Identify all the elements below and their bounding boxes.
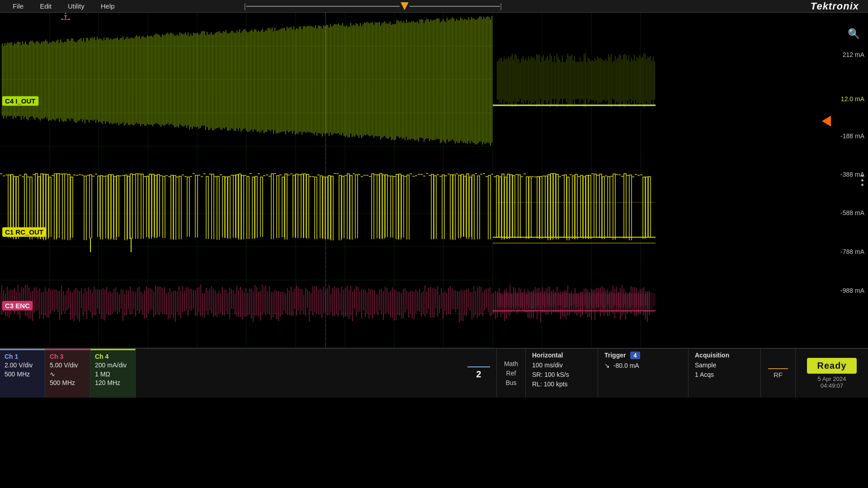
- acq-title: Acquisition: [695, 352, 754, 359]
- voltage-label-2: 12.0 mA: [841, 95, 864, 103]
- trigger-level: ↘ -80.0 mA: [604, 361, 682, 371]
- search-icon[interactable]: 🔍: [844, 26, 863, 42]
- ref-number: 2: [476, 369, 481, 380]
- math-label: Math: [504, 359, 518, 369]
- ch1-vdiv: 2.00 V/div: [5, 361, 40, 370]
- ready-date: 5 Apr 2024 04:49:07: [818, 375, 846, 389]
- trigger-position-bar[interactable]: [ ]: [244, 2, 502, 10]
- menubar: File Edit Utility Help [ ] Tektronix: [0, 0, 868, 13]
- ch3-coupling: ∿: [50, 370, 85, 379]
- horiz-sr: SR: 100 kS/s: [532, 370, 591, 380]
- acq-count: 1 Acqs: [695, 370, 754, 380]
- menu-help[interactable]: Help: [93, 1, 123, 11]
- ch4-bw: 120 MHz: [95, 379, 131, 388]
- trigger-level-arrow: [822, 116, 831, 127]
- horiz-timediv: 100 ms/div: [532, 361, 591, 370]
- ch3-title: Ch 3: [50, 353, 85, 360]
- math-ref-bus-box[interactable]: Math Ref Bus: [497, 349, 526, 398]
- oscilloscope-display: T C4 I_OUT C1 RC_OUT C3 ENC 212 mA 12.0 …: [0, 13, 868, 348]
- ref-number-box[interactable]: 2: [461, 349, 497, 398]
- channel-1-label[interactable]: C1 RC_OUT: [2, 227, 46, 237]
- voltage-label-1: 212 mA: [843, 51, 864, 58]
- menu-utility[interactable]: Utility: [60, 1, 93, 11]
- voltage-label-3: -188 mA: [840, 132, 864, 140]
- ch4-block[interactable]: Ch 4 200 mA/div 1 MΩ 120 MHz: [90, 349, 136, 398]
- acquisition-block[interactable]: Acquisition Sample 1 Acqs: [689, 349, 761, 398]
- ch4-impedance: 1 MΩ: [95, 370, 131, 379]
- ch1-block[interactable]: Ch 1 2.00 V/div 500 MHz: [0, 349, 45, 398]
- more-options-icon[interactable]: [861, 175, 863, 186]
- spacer-1: [136, 349, 461, 398]
- trigger-arrow-icon: ↘: [604, 361, 610, 371]
- ch3-vdiv: 5.00 V/div: [50, 361, 85, 370]
- rf-label: RF: [774, 371, 783, 379]
- ch1-bw: 500 MHz: [5, 370, 40, 379]
- bus-label: Bus: [505, 378, 516, 388]
- voltage-label-7: -988 mA: [840, 287, 864, 294]
- ready-button[interactable]: Ready: [807, 358, 856, 374]
- rf-box[interactable]: RF: [761, 349, 796, 398]
- ch4-title: Ch 4: [95, 353, 131, 360]
- trigger-title: Trigger 4: [604, 352, 682, 359]
- menu-edit[interactable]: Edit: [32, 1, 60, 11]
- ch1-title: Ch 1: [5, 353, 40, 360]
- ch4-vdiv: 200 mA/div: [95, 361, 131, 370]
- acq-mode: Sample: [695, 361, 754, 370]
- waveform-canvas: [0, 13, 868, 348]
- trigger-marker[interactable]: [401, 2, 409, 10]
- ch3-bw: 500 MHz: [50, 379, 85, 388]
- menu-file[interactable]: File: [5, 1, 32, 11]
- statusbar: Ch 1 2.00 V/div 500 MHz Ch 3 5.00 V/div …: [0, 348, 868, 398]
- trigger-badge: 4: [630, 352, 640, 359]
- ref-label: Ref: [506, 369, 516, 378]
- rf-line: [768, 368, 788, 369]
- horiz-rl: RL: 100 kpts: [532, 380, 591, 389]
- horizontal-block[interactable]: Horizontal 100 ms/div SR: 100 kS/s RL: 1…: [526, 349, 598, 398]
- trigger-block[interactable]: Trigger 4 ↘ -80.0 mA: [598, 349, 689, 398]
- channel-3-label[interactable]: C3 ENC: [2, 301, 33, 310]
- ready-box[interactable]: Ready 5 Apr 2024 04:49:07: [796, 349, 868, 398]
- voltage-label-6: -788 mA: [840, 248, 864, 255]
- ch3-block[interactable]: Ch 3 5.00 V/div ∿ 500 MHz: [45, 349, 90, 398]
- horiz-title: Horizontal: [532, 352, 591, 359]
- cursor-line: [326, 13, 326, 348]
- voltage-label-5: -588 mA: [840, 209, 864, 216]
- brand-logo: Tektronix: [811, 0, 859, 12]
- ref-line: [467, 366, 490, 367]
- channel-4-label[interactable]: C4 I_OUT: [2, 96, 38, 106]
